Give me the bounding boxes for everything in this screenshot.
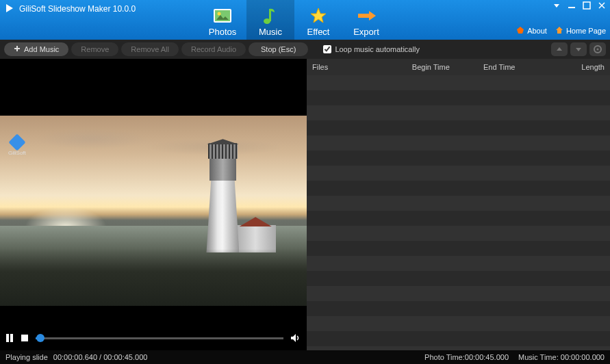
svg-rect-24	[10, 334, 13, 342]
filelist-body[interactable]	[307, 75, 610, 350]
svg-marker-26	[291, 334, 296, 342]
loop-music-checkbox[interactable]: Loop music automatically	[323, 45, 420, 53]
watermark: GiliSoft	[8, 136, 26, 156]
plus-icon	[14, 45, 21, 53]
watermark-icon	[8, 133, 25, 151]
svg-marker-16	[556, 27, 563, 34]
tab-music[interactable]: Music	[246, 0, 294, 40]
main-tabs: Photos Music Effect Export	[199, 0, 390, 40]
timeline-thumb[interactable]	[36, 334, 45, 342]
svg-marker-20	[576, 48, 581, 51]
svg-rect-12	[583, 2, 590, 9]
volume-button[interactable]	[290, 333, 301, 343]
preview-image: GiliSoft	[0, 59, 307, 326]
status-time: 00:00:00.640 / 00:00:45.000	[53, 353, 148, 361]
svg-marker-7	[311, 8, 326, 23]
tab-export[interactable]: Export	[342, 0, 390, 40]
svg-rect-11	[568, 7, 575, 8]
close-icon[interactable]	[598, 1, 606, 12]
header-links: About Home Page	[516, 26, 606, 36]
tab-photos[interactable]: Photos	[199, 0, 246, 40]
main-area: GiliSoft Files Begin Time End Time Lengt…	[0, 59, 610, 350]
move-up-button[interactable]	[551, 42, 568, 56]
stop-playback-button[interactable]	[21, 334, 29, 342]
status-photo-time: Photo Time:00:00:45.000	[424, 353, 509, 361]
column-files[interactable]: Files	[312, 63, 412, 71]
filelist-header: Files Begin Time End Time Length	[307, 59, 610, 75]
svg-point-3	[218, 12, 221, 16]
status-playing: Playing slide	[5, 353, 48, 361]
stop-button[interactable]: Stop (Esc)	[249, 42, 308, 56]
record-audio-button[interactable]: Record Audio	[181, 42, 246, 56]
svg-point-22	[597, 49, 599, 51]
remove-button[interactable]: Remove	[71, 42, 118, 56]
loop-checkbox-input[interactable]	[323, 45, 331, 53]
tab-label: Export	[353, 27, 379, 37]
options-icon[interactable]	[552, 1, 561, 12]
statusbar: Playing slide 00:00:00.640 / 00:00:45.00…	[0, 350, 610, 364]
app-title: GiliSoft Slideshow Maker 10.0.0	[0, 0, 136, 14]
music-file-list: Files Begin Time End Time Length	[307, 59, 610, 350]
home-icon	[555, 26, 563, 36]
home-link[interactable]: Home Page	[555, 26, 606, 36]
playback-controls	[0, 326, 307, 350]
column-end-time[interactable]: End Time	[483, 63, 555, 71]
photos-icon	[213, 6, 232, 25]
svg-rect-8	[358, 14, 369, 18]
pause-button[interactable]	[5, 333, 14, 343]
column-length[interactable]: Length	[555, 63, 605, 71]
toolbar: Add Music Remove Remove All Record Audio…	[0, 40, 610, 59]
settings-button[interactable]	[589, 42, 606, 56]
about-icon	[516, 26, 524, 36]
status-music-time: Music Time: 00:00:00.000	[518, 353, 605, 361]
window-controls	[552, 1, 606, 12]
export-icon	[357, 6, 376, 25]
preview-panel: GiliSoft	[0, 59, 307, 350]
maximize-icon[interactable]	[583, 1, 591, 12]
timeline-slider[interactable]	[36, 337, 283, 339]
svg-marker-9	[369, 11, 376, 21]
svg-marker-10	[554, 4, 559, 8]
tab-label: Effect	[307, 27, 329, 37]
about-link[interactable]: About	[516, 26, 547, 36]
column-begin-time[interactable]: Begin Time	[412, 63, 483, 71]
music-icon	[261, 6, 280, 25]
svg-rect-23	[6, 334, 9, 342]
minimize-icon[interactable]	[568, 1, 576, 12]
effect-icon	[309, 6, 328, 25]
tab-label: Music	[259, 27, 282, 37]
titlebar: GiliSoft Slideshow Maker 10.0.0 Photos M…	[0, 0, 610, 40]
remove-all-button[interactable]: Remove All	[121, 42, 179, 56]
svg-rect-25	[21, 335, 28, 341]
tab-effect[interactable]: Effect	[294, 0, 342, 40]
svg-marker-19	[557, 47, 562, 51]
move-down-button[interactable]	[570, 42, 587, 56]
tab-label: Photos	[209, 27, 236, 37]
svg-marker-15	[517, 27, 524, 34]
add-music-button[interactable]: Add Music	[4, 42, 68, 56]
svg-rect-6	[269, 9, 271, 21]
